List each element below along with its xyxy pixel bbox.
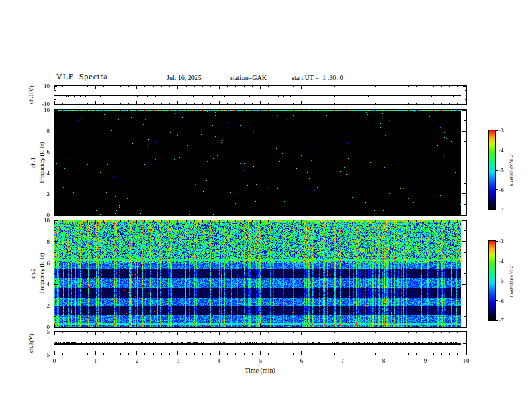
x-minor-tick-mark <box>318 332 318 333</box>
x-minor-tick-mark <box>359 214 359 215</box>
x-minor-tick-mark <box>202 332 203 333</box>
y-tick-mark <box>54 95 57 95</box>
x-minor-tick-mark <box>367 332 367 333</box>
x-tick-mark <box>177 351 178 355</box>
x-tick-mark <box>260 101 261 104</box>
x-tick-mark <box>136 110 137 113</box>
x-minor-tick-mark <box>71 86 71 87</box>
x-minor-tick-mark <box>202 86 203 87</box>
x-minor-tick-mark <box>285 353 285 355</box>
x-minor-tick-mark <box>433 214 434 215</box>
x-minor-tick-mark <box>375 110 376 111</box>
x-minor-tick-mark <box>120 110 121 111</box>
x-minor-tick-mark <box>120 103 121 104</box>
x-minor-tick-mark <box>194 326 195 327</box>
x-minor-tick-mark <box>194 103 195 104</box>
x-minor-tick-mark <box>310 110 310 111</box>
y-tick-mark <box>463 86 466 87</box>
x-minor-tick-mark <box>293 326 294 327</box>
x-minor-tick-mark <box>318 110 318 111</box>
x-tick-mark <box>301 86 302 89</box>
y-minor-tick-mark <box>54 99 56 100</box>
x-minor-tick-mark <box>351 110 351 111</box>
x-minor-tick-mark <box>400 326 400 327</box>
x-tick-mark <box>301 332 302 335</box>
x-tick-mark <box>219 212 220 215</box>
x-minor-tick-mark <box>392 103 392 104</box>
x-minor-tick-mark <box>161 332 162 333</box>
x-minor-tick-mark <box>416 110 417 111</box>
x-minor-tick-mark <box>408 353 409 355</box>
x-minor-tick-mark <box>392 353 392 355</box>
x-minor-tick-mark <box>268 353 269 355</box>
panel-ch1-spectrogram <box>54 109 467 216</box>
x-minor-tick-mark <box>293 220 294 222</box>
x-minor-tick-mark <box>120 86 121 87</box>
x-tick-mark <box>177 86 178 89</box>
x-minor-tick-mark <box>194 110 195 111</box>
x-tick-mark <box>343 110 343 113</box>
x-minor-tick-mark <box>120 214 121 215</box>
x-minor-tick-mark <box>161 353 162 355</box>
x-minor-tick-mark <box>202 220 203 222</box>
x-minor-tick-mark <box>351 353 351 355</box>
x-minor-tick-mark <box>153 332 154 333</box>
colorbar-ch1-spectrogram <box>488 130 496 210</box>
x-minor-tick-mark <box>79 214 79 215</box>
x-minor-tick-mark <box>449 103 450 104</box>
x-minor-tick-mark <box>144 220 145 222</box>
x-tick-mark <box>466 110 467 113</box>
x-minor-tick-mark <box>293 214 294 215</box>
y-minor-tick-mark <box>54 120 56 121</box>
x-minor-tick-mark <box>457 353 458 355</box>
x-minor-tick-mark <box>277 86 277 87</box>
x-minor-tick-mark <box>334 332 335 333</box>
x-minor-tick-mark <box>310 103 310 104</box>
x-minor-tick-mark <box>62 86 63 87</box>
x-minor-tick-mark <box>277 103 277 104</box>
x-minor-tick-mark <box>87 214 88 215</box>
y-tick-label: 10 <box>34 83 50 89</box>
x-minor-tick-mark <box>71 214 71 215</box>
x-minor-tick-mark <box>449 326 450 327</box>
colorbar-tick-label: -3 <box>499 128 504 134</box>
x-minor-tick-mark <box>227 332 228 333</box>
x-minor-tick-mark <box>62 103 63 104</box>
x-minor-tick-mark <box>277 332 277 333</box>
x-minor-tick-mark <box>186 214 187 215</box>
ch1-spectrogram-image <box>54 110 466 215</box>
y-tick-mark <box>54 241 58 242</box>
x-minor-tick-mark <box>326 214 326 215</box>
y-tick-label: 10 <box>34 217 50 224</box>
colorbar-tick-mark <box>496 189 498 190</box>
y-minor-tick-mark <box>54 230 56 231</box>
y-tick-label: 4 <box>34 170 50 177</box>
x-tick-mark <box>260 110 261 113</box>
x-minor-tick-mark <box>449 353 450 355</box>
y-tick-mark <box>54 220 58 221</box>
x-tick-mark <box>425 110 425 113</box>
y-tick-mark <box>54 131 58 132</box>
x-minor-tick-mark <box>144 110 145 111</box>
y-tick-label: 8 <box>34 128 50 134</box>
x-minor-tick-mark <box>235 353 236 355</box>
x-minor-tick-mark <box>62 214 63 215</box>
x-minor-tick-mark <box>408 86 409 87</box>
colorbar-tick-label: -7 <box>499 318 504 324</box>
x-minor-tick-mark <box>326 332 326 333</box>
x-tick-mark <box>301 101 302 104</box>
x-tick-mark <box>425 86 425 89</box>
x-minor-tick-mark <box>441 220 442 222</box>
x-minor-tick-mark <box>252 110 253 111</box>
x-minor-tick-mark <box>202 214 203 215</box>
x-minor-tick-mark <box>87 86 88 87</box>
x-minor-tick-mark <box>326 110 326 111</box>
colorbar-tick-mark <box>496 320 498 321</box>
x-minor-tick-mark <box>79 110 79 111</box>
x-minor-tick-mark <box>416 220 417 222</box>
x-minor-tick-mark <box>227 353 228 355</box>
y-minor-tick-mark <box>54 316 56 317</box>
x-tick-mark <box>384 86 384 89</box>
x-minor-tick-mark <box>227 110 228 111</box>
x-minor-tick-mark <box>153 214 154 215</box>
